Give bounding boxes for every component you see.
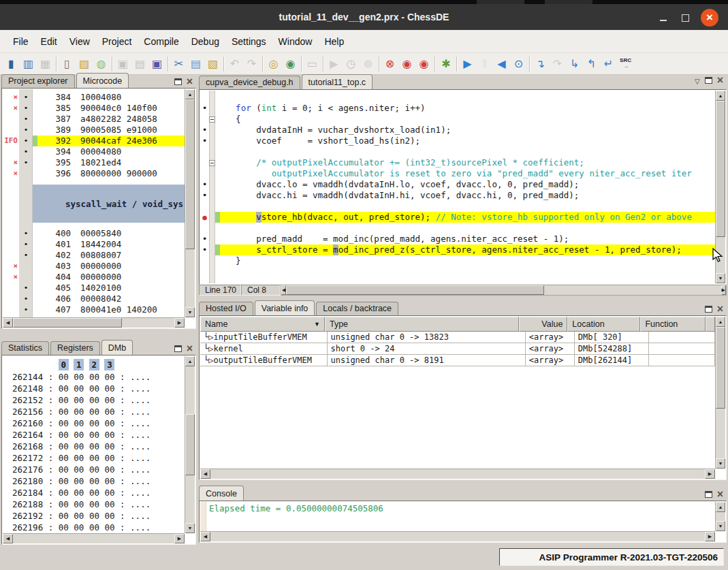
scroll-up-icon[interactable]	[185, 89, 195, 99]
memory-row[interactable]: 262148 : 00 00 00 00 : ....	[12, 383, 185, 394]
panel-close-icon[interactable]	[717, 77, 723, 84]
memory-row[interactable]: 262176 : 00 00 00 00 : ....	[12, 464, 185, 475]
save-icon[interactable]: ▣	[114, 55, 131, 72]
minimize-icon[interactable]	[656, 10, 671, 25]
menu-compile[interactable]: Compile	[138, 33, 185, 50]
scroll-left-icon[interactable]	[200, 469, 210, 479]
code-line[interactable]	[200, 201, 715, 212]
new-file-icon[interactable]: ▯	[59, 55, 76, 72]
memory-row[interactable]: 262184 : 00 00 00 00 : ....	[12, 487, 185, 498]
menu-project[interactable]: Project	[96, 33, 138, 50]
variable-row[interactable]: └▷inputTileBufferVMEMunsigned char 0 -> …	[200, 332, 715, 343]
copy-icon[interactable]: ▤	[187, 55, 204, 72]
undo-icon[interactable]: ↶	[226, 55, 243, 72]
panel-menu-icon[interactable]	[695, 74, 700, 86]
memory-row[interactable]: 262172 : 00 00 00 00 : ....	[12, 452, 185, 464]
microcode-row[interactable]: •40200808007	[3, 250, 185, 261]
pause-icon[interactable]: ‖	[476, 55, 493, 72]
microcode-row[interactable]: IFO•39290044caf 24e306	[3, 136, 185, 146]
step-into-icon[interactable]: ↴	[532, 55, 549, 72]
tab-hosted-i-o[interactable]: Hosted I/O	[199, 302, 253, 315]
memory-horizontal-scrollbar[interactable]	[3, 533, 185, 543]
scrollbar-thumb[interactable]	[185, 99, 195, 249]
scrollbar-thumb[interactable]	[716, 327, 725, 409]
checkout-icon[interactable]: ◍	[93, 55, 110, 72]
close-icon[interactable]	[701, 9, 718, 27]
memory-vertical-scrollbar[interactable]	[185, 356, 195, 533]
menu-window[interactable]: Window	[272, 33, 319, 50]
column-header-location[interactable]: Location	[567, 317, 640, 332]
code-line[interactable]: {	[200, 114, 715, 125]
menu-debug[interactable]: Debug	[185, 33, 225, 50]
scroll-right-icon[interactable]	[174, 534, 185, 543]
panel-restore-icon[interactable]	[174, 345, 182, 352]
step-out-icon[interactable]: ↳	[566, 55, 583, 72]
reset-icon[interactable]: ◀	[493, 55, 510, 72]
microcode-row[interactable]: ×40300000000	[3, 261, 185, 272]
code-line[interactable]: /* outputPixelAccumulator += (int32_t)so…	[200, 157, 715, 168]
window-layout-icon[interactable]: ▭	[304, 55, 321, 72]
code-line[interactable]: s_ctrl_store = mod_inc_pred_z(s_ctrl_sto…	[200, 244, 715, 255]
find-icon[interactable]: ◎	[265, 55, 282, 72]
code-editor[interactable]: for (int i = 0; i < agens.niter; i++) { …	[200, 91, 715, 283]
microcode-row[interactable]: ×40400000000	[3, 272, 185, 283]
console-horizontal-scrollbar[interactable]	[200, 531, 715, 541]
tab-console[interactable]: Console	[199, 486, 244, 501]
scroll-up-icon[interactable]	[716, 91, 725, 101]
open-book-icon[interactable]: ▥	[20, 55, 37, 72]
menu-help[interactable]: Help	[318, 33, 350, 50]
scroll-up-icon[interactable]	[716, 502, 725, 512]
tab-project-explorer[interactable]: Project explorer	[1, 74, 75, 88]
column-header-function[interactable]: Function	[640, 317, 706, 332]
scroll-right-icon[interactable]	[721, 285, 726, 295]
microcode-row[interactable]: •38990005085 e91000	[3, 125, 185, 136]
menu-edit[interactable]: Edit	[35, 33, 63, 50]
variable-row[interactable]: └▷outputTileBufferVMEMunsigned char 0 ->…	[200, 355, 715, 366]
microcode-row[interactable]: •407800041e0 140200	[3, 304, 185, 315]
tab-dmb[interactable]: DMb	[101, 340, 133, 355]
paste-icon[interactable]: ▧	[204, 55, 221, 72]
memory-row[interactable]: 262188 : 00 00 00 00 : ....	[12, 498, 185, 510]
step-over-icon[interactable]: ↷	[549, 55, 566, 72]
code-line[interactable]	[200, 223, 715, 234]
power-icon[interactable]: ⊙	[510, 55, 527, 72]
tab-microcode[interactable]: Microcode	[76, 73, 129, 88]
scroll-left-icon[interactable]	[3, 534, 13, 543]
panel-close-icon[interactable]	[717, 305, 723, 313]
scrollbar-thumb[interactable]	[716, 101, 725, 237]
microcode-row[interactable]: •40514020100	[3, 283, 185, 294]
variable-row[interactable]: └▷kernelshort 0 -> 24<array>DMb[524288]	[200, 343, 715, 355]
code-line[interactable]: vstore_hb(dvacc, out, pred_store); // No…	[200, 212, 715, 223]
panel-restore-icon[interactable]	[705, 306, 712, 313]
refresh-project-icon[interactable]: ▦	[37, 55, 54, 72]
cut-icon[interactable]: ✂	[170, 55, 187, 72]
view-source-icon[interactable]: SRC→	[617, 55, 634, 72]
panel-close-icon[interactable]	[187, 78, 193, 85]
scroll-down-icon[interactable]	[185, 523, 195, 533]
microcode-row[interactable]: •40600008042	[3, 294, 185, 304]
scrollbar-thumb[interactable]	[185, 414, 195, 475]
column-header-value[interactable]: Value	[519, 317, 567, 332]
scroll-down-icon[interactable]	[716, 273, 725, 283]
debug-settings-icon[interactable]: ✱	[437, 55, 454, 72]
memory-dump[interactable]: 0123262144 : 00 00 00 00 : ....262148 : …	[3, 356, 185, 533]
microcode-row[interactable]: •39400004080	[3, 146, 185, 157]
console-vertical-scrollbar[interactable]	[715, 502, 725, 531]
memory-row[interactable]: 262180 : 00 00 00 00 : ....	[12, 475, 185, 487]
code-line[interactable]: vcoef = vshort_load_hs(in2);	[200, 136, 715, 146]
tab-registers[interactable]: Registers	[50, 341, 100, 355]
code-line[interactable]: dvdataInH = vuchar_dvshortx_load(in1);	[200, 125, 715, 136]
scrollbar-thumb[interactable]	[286, 285, 544, 295]
microcode-row[interactable]: ×•385900040c0 140f00	[3, 103, 185, 114]
console-output[interactable]: Elapsed time = 0.05000000074505806	[209, 503, 714, 513]
fold-toggle-icon[interactable]	[209, 114, 215, 125]
memory-row[interactable]: 262152 : 00 00 00 00 : ....	[12, 394, 185, 406]
scroll-left-icon[interactable]	[3, 318, 13, 328]
memory-row[interactable]: 262160 : 00 00 00 00 : ....	[12, 417, 185, 429]
microcode-row[interactable]: •387a4802282 248058	[3, 114, 185, 125]
breakpoint-icon[interactable]	[200, 212, 209, 223]
run-icon[interactable]: ▶	[459, 55, 476, 72]
variables-horizontal-scrollbar[interactable]	[200, 469, 715, 479]
tab-statistics[interactable]: Statistics	[1, 341, 49, 355]
scroll-up-icon[interactable]	[716, 317, 725, 327]
